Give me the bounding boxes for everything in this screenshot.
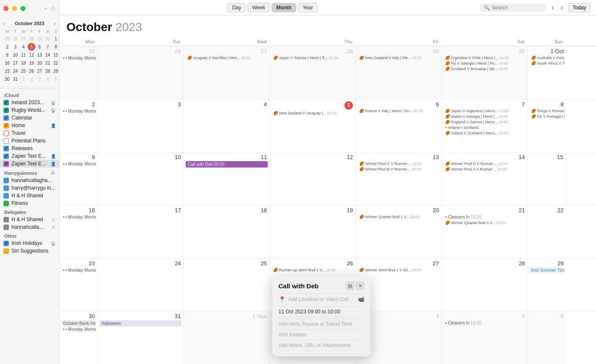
cal-cell-oct12[interactable]: 12 — [270, 152, 356, 205]
next-button[interactable]: › — [559, 4, 564, 11]
cal-cell-oct29[interactable]: 29 Irish Summer Time Ends — [528, 259, 566, 311]
potential-checkbox[interactable] — [3, 138, 9, 144]
releases-checkbox[interactable]: ✓ — [3, 146, 9, 151]
cal-cell-oct9[interactable]: 9 • Monday Morning Meeting 09:00 — [60, 152, 98, 205]
popup-location-field[interactable]: 📍 Add Location or Video Call 📹 — [278, 293, 364, 305]
event-australia-portugal[interactable]: 🏉 Australia V Portugal | Men... 16:45 — [530, 55, 564, 60]
cal-cell-oct13[interactable]: 13 🏉 Winner Pool C V Runner-... 16:00 🏉 … — [356, 152, 442, 205]
sidebar-item-delegate-hannah[interactable]: hannahcalla... ⚠ — [0, 223, 59, 231]
cal-cell-oct20[interactable]: 20 🏉 Winner Quarter-final 1 V... 20:00 — [356, 205, 442, 258]
mini-cal-day[interactable]: 3 — [36, 75, 43, 83]
rugby-checkbox[interactable]: ✓ — [3, 108, 9, 113]
event-ireland-scotland[interactable]: • Ireland v Scotland, — [444, 125, 526, 130]
mini-cal-day[interactable]: 15 — [52, 51, 60, 59]
search-box[interactable]: 🔍 — [480, 3, 546, 12]
cal-cell-oct31[interactable]: 31 Halloween — [98, 311, 184, 364]
mini-cal-day[interactable]: 12 — [28, 51, 35, 59]
maximize-button[interactable] — [20, 6, 26, 11]
week-view-button[interactable]: Week — [247, 3, 269, 12]
cal-cell-oct7[interactable]: 7 🏉 Japan V Argentina | Mens... 12:00 🏉 … — [442, 100, 528, 152]
alert-icon[interactable]: ⚠ — [51, 5, 56, 11]
cal-cell-oct19[interactable]: 19 — [270, 205, 356, 258]
event-fiji-portugal[interactable]: 🏉 Fiji V Portugal | Mens | Ru... 20:00 — [530, 114, 564, 119]
event-france-italy[interactable]: 🏉 France V Italy | Mens | Ru... 20:00 — [358, 108, 440, 114]
event-monday-meeting2[interactable]: • Monday Morning Meeting 09:00 — [61, 108, 96, 114]
event-ireland-scotland2[interactable]: 🏉 Ireland V Scotland | Mens... 20:00 — [444, 131, 526, 136]
cal-cell-oct14[interactable]: 14 🏉 Winner Pool D V Runner-... 16:00 🏉 … — [442, 152, 528, 205]
mini-cal-day[interactable]: 21 — [44, 59, 52, 67]
month-view-button[interactable]: Month — [272, 3, 296, 12]
sidebar-item-home[interactable]: ✓ Home 👤 — [0, 122, 59, 129]
home-checkbox[interactable]: ✓ — [3, 123, 9, 128]
mini-cal-day[interactable]: 1 — [20, 75, 27, 83]
prev-button[interactable]: ‹ — [550, 4, 555, 11]
mini-cal-day[interactable]: 2 — [28, 75, 35, 83]
mini-cal-day[interactable]: 14 — [44, 51, 52, 59]
year-view-button[interactable]: Year — [298, 3, 318, 12]
sidebar-item-hannahcallagha[interactable]: hannahcallagha... — [0, 176, 59, 184]
mini-cal-prev[interactable]: ‹ — [3, 20, 6, 27]
event-call-deb[interactable]: Call with Deb 09:00 — [186, 161, 268, 168]
sidebar-item-ireland[interactable]: ✓ Ireland 2023... 📡 — [0, 99, 59, 106]
sidebar-item-rugby[interactable]: ✓ Rugby World... 📡 — [0, 106, 59, 114]
cal-cell-sep28[interactable]: 28 🏉 Japan V Samoa | Mens | R... 20:00 — [270, 46, 356, 99]
mini-cal-day[interactable]: 10 — [11, 51, 19, 59]
sidebar-item-zapier1[interactable]: ✓ Zapier Test E... 👤 — [0, 152, 59, 160]
mini-cal-day[interactable]: 29 — [36, 35, 43, 43]
mini-cal-day[interactable]: 6 — [36, 43, 43, 51]
cal-cell-oct22[interactable]: 22 — [528, 205, 566, 258]
event-tonga-romania[interactable]: 🏉 Tonga V Romania | Mens |... 16:45 — [530, 108, 564, 114]
event-halloween[interactable]: Halloween — [100, 320, 182, 327]
ireland-checkbox[interactable]: ✓ — [3, 100, 9, 105]
mini-cal-day[interactable]: 13 — [36, 51, 43, 59]
event-uruguay[interactable]: 🏉 Uruguay V Namibia | Men... 16:45 — [186, 55, 268, 60]
cal-cell-oct24[interactable]: 24 — [98, 259, 184, 311]
sidebar-item-releases[interactable]: ✓ Releases — [0, 145, 59, 152]
sidebar-item-travel[interactable]: Travel — [0, 129, 59, 137]
cal-cell-oct30[interactable]: 30 October Bank Holiday • Monday Morning… — [60, 311, 98, 364]
mini-cal-day[interactable]: 26 — [28, 67, 35, 75]
mini-cal-day[interactable]: 5 — [28, 43, 35, 51]
mini-cal-day[interactable]: 22 — [52, 59, 60, 67]
cal-cell-oct16[interactable]: 16 • Monday Morning Meeting 09:00 — [60, 205, 98, 258]
event-pool-b[interactable]: 🏉 Winner Pool B V Runner-... 20:00 — [358, 167, 440, 172]
day-view-button[interactable]: Day — [227, 3, 246, 12]
event-bank-holiday[interactable]: October Bank Holiday — [61, 320, 96, 327]
cal-cell-nov4[interactable]: 4 • Cleaners In 13:30 — [442, 311, 528, 364]
mini-cal-day[interactable]: 17 — [11, 59, 19, 67]
mini-cal-next[interactable]: › — [54, 20, 56, 27]
cal-cell-oct4[interactable]: 4 — [184, 100, 270, 152]
cal-cell-oct2[interactable]: 2 • Monday Morning Meeting 09:00 — [60, 100, 98, 152]
popup-invitees-field[interactable]: Add Invitees — [278, 329, 364, 340]
event-cleaners-in2[interactable]: • Cleaners In 13:30 — [444, 214, 526, 220]
sidebar-item-calendar[interactable]: ✓ Calendar — [0, 114, 59, 122]
cal-cell-nov5[interactable]: 5 — [528, 311, 566, 364]
mini-cal-day[interactable]: 20 — [36, 59, 43, 67]
event-monday-meeting5[interactable]: • Monday Morning Meeting 09:00 — [61, 267, 96, 273]
sidebar-item-delegate-hh[interactable]: H & H Shared ⚠ — [0, 216, 59, 223]
mini-cal-day[interactable]: 19 — [28, 59, 35, 67]
event-japan[interactable]: 🏉 Japan V Samoa | Mens | R... 20:00 — [272, 55, 354, 60]
cal-cell-sep27[interactable]: 27 🏉 Uruguay V Namibia | Men... 16:45 — [184, 46, 270, 99]
today-button[interactable]: Today — [568, 3, 591, 12]
event-wales-georgia[interactable]: 🏉 Wales V Georgia | Mens |... 14:00 — [444, 114, 526, 119]
mini-cal-day[interactable]: 26 — [11, 35, 19, 43]
event-monday-meeting4[interactable]: • Monday Morning Meeting 09:00 — [61, 214, 96, 220]
mini-cal-day[interactable]: 28 — [28, 35, 35, 43]
new-event-icon[interactable]: + — [44, 5, 47, 11]
event-irish-summer-time[interactable]: Irish Summer Time Ends — [530, 267, 564, 273]
event-qf1[interactable]: 🏉 Winner Quarter-final 1 V... 20:00 — [358, 214, 440, 219]
mini-cal-day[interactable]: 30 — [44, 35, 52, 43]
event-japan-argentina[interactable]: 🏉 Japan V Argentina | Mens... 12:00 — [444, 108, 526, 114]
popup-notes-field[interactable]: Add Notes, URL or Attachments — [278, 340, 364, 350]
sidebar-item-siri[interactable]: Siri Suggestions — [0, 247, 59, 255]
mini-cal-day[interactable]: 16 — [3, 59, 11, 67]
cal-cell-oct10[interactable]: 10 — [98, 152, 184, 205]
cal-cell-oct1[interactable]: 1 Oct 🏉 Australia V Portugal | Men... 16… — [528, 46, 566, 99]
zapier1-checkbox[interactable]: ✓ — [3, 154, 9, 159]
event-runnerup-sf1[interactable]: 🏉 Runner-up Semi-final 1 V... 20:00 — [272, 267, 354, 273]
mini-cal-day[interactable]: 25 — [20, 67, 27, 75]
event-qf3[interactable]: 🏉 Winner Quarter-final 3 V... 20:00 — [444, 220, 526, 225]
mini-cal-day[interactable]: 24 — [11, 67, 19, 75]
event-winner-sf1[interactable]: 🏉 Winner Semi-final 1 V Wi... 20:00 — [358, 267, 440, 273]
